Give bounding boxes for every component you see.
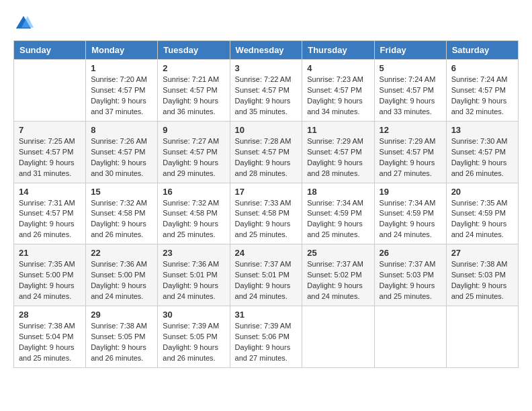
day-number: 22 bbox=[91, 248, 152, 258]
day-number: 11 bbox=[307, 125, 369, 135]
calendar-cell: 22Sunrise: 7:36 AMSunset: 5:00 PMDayligh… bbox=[86, 244, 158, 306]
calendar-cell: 13Sunrise: 7:30 AMSunset: 4:57 PMDayligh… bbox=[446, 121, 518, 183]
calendar-cell: 20Sunrise: 7:35 AMSunset: 4:59 PMDayligh… bbox=[446, 183, 518, 244]
calendar-day-header: Saturday bbox=[446, 41, 518, 60]
day-info: Sunrise: 7:39 AMSunset: 5:06 PMDaylight:… bbox=[235, 321, 298, 364]
day-number: 16 bbox=[163, 187, 224, 197]
calendar-cell bbox=[302, 306, 374, 368]
calendar-cell bbox=[14, 60, 86, 122]
day-info: Sunrise: 7:37 AMSunset: 5:01 PMDaylight:… bbox=[235, 259, 298, 302]
day-info: Sunrise: 7:34 AMSunset: 4:59 PMDaylight:… bbox=[307, 198, 369, 241]
calendar-cell bbox=[446, 306, 518, 368]
day-number: 9 bbox=[163, 125, 224, 135]
day-number: 18 bbox=[307, 187, 369, 197]
calendar-week-row: 14Sunrise: 7:31 AMSunset: 4:57 PMDayligh… bbox=[14, 183, 519, 244]
calendar-week-row: 7Sunrise: 7:25 AMSunset: 4:57 PMDaylight… bbox=[14, 121, 519, 183]
calendar-cell: 15Sunrise: 7:32 AMSunset: 4:58 PMDayligh… bbox=[86, 183, 158, 244]
day-number: 24 bbox=[235, 248, 298, 258]
day-info: Sunrise: 7:35 AMSunset: 5:00 PMDaylight:… bbox=[19, 259, 81, 302]
day-number: 25 bbox=[307, 248, 369, 258]
day-number: 30 bbox=[163, 310, 224, 320]
day-info: Sunrise: 7:35 AMSunset: 4:59 PMDaylight:… bbox=[451, 198, 513, 241]
day-number: 19 bbox=[380, 187, 441, 197]
day-number: 21 bbox=[19, 248, 81, 258]
calendar-cell: 27Sunrise: 7:38 AMSunset: 5:03 PMDayligh… bbox=[446, 244, 518, 306]
day-info: Sunrise: 7:25 AMSunset: 4:57 PMDaylight:… bbox=[19, 136, 81, 179]
day-number: 6 bbox=[451, 63, 513, 73]
calendar-table: SundayMondayTuesdayWednesdayThursdayFrid… bbox=[13, 40, 519, 368]
day-info: Sunrise: 7:38 AMSunset: 5:05 PMDaylight:… bbox=[91, 321, 152, 364]
calendar-cell: 2Sunrise: 7:21 AMSunset: 4:57 PMDaylight… bbox=[158, 60, 230, 122]
calendar-cell: 7Sunrise: 7:25 AMSunset: 4:57 PMDaylight… bbox=[14, 121, 86, 183]
day-number: 27 bbox=[451, 248, 513, 258]
day-info: Sunrise: 7:33 AMSunset: 4:58 PMDaylight:… bbox=[235, 198, 298, 241]
day-info: Sunrise: 7:22 AMSunset: 4:57 PMDaylight:… bbox=[235, 75, 298, 118]
calendar-cell: 25Sunrise: 7:37 AMSunset: 5:02 PMDayligh… bbox=[302, 244, 374, 306]
calendar-cell: 1Sunrise: 7:20 AMSunset: 4:57 PMDaylight… bbox=[86, 60, 158, 122]
day-info: Sunrise: 7:32 AMSunset: 4:58 PMDaylight:… bbox=[163, 198, 224, 241]
day-info: Sunrise: 7:39 AMSunset: 5:05 PMDaylight:… bbox=[163, 321, 224, 364]
day-number: 29 bbox=[91, 310, 152, 320]
day-info: Sunrise: 7:23 AMSunset: 4:57 PMDaylight:… bbox=[307, 75, 369, 118]
day-info: Sunrise: 7:21 AMSunset: 4:57 PMDaylight:… bbox=[163, 75, 224, 118]
calendar-cell: 12Sunrise: 7:29 AMSunset: 4:57 PMDayligh… bbox=[374, 121, 446, 183]
calendar-day-header: Thursday bbox=[302, 41, 374, 60]
calendar-cell: 4Sunrise: 7:23 AMSunset: 4:57 PMDaylight… bbox=[302, 60, 374, 122]
day-number: 28 bbox=[19, 310, 81, 320]
calendar-cell: 18Sunrise: 7:34 AMSunset: 4:59 PMDayligh… bbox=[302, 183, 374, 244]
page-header bbox=[13, 13, 519, 34]
day-info: Sunrise: 7:24 AMSunset: 4:57 PMDaylight:… bbox=[380, 75, 441, 118]
day-number: 5 bbox=[380, 63, 441, 73]
day-info: Sunrise: 7:34 AMSunset: 4:59 PMDaylight:… bbox=[380, 198, 441, 241]
calendar-cell: 17Sunrise: 7:33 AMSunset: 4:58 PMDayligh… bbox=[230, 183, 302, 244]
day-number: 26 bbox=[380, 248, 441, 258]
day-info: Sunrise: 7:37 AMSunset: 5:03 PMDaylight:… bbox=[380, 259, 441, 302]
calendar-header-row: SundayMondayTuesdayWednesdayThursdayFrid… bbox=[14, 41, 519, 60]
day-number: 14 bbox=[19, 187, 81, 197]
day-number: 12 bbox=[380, 125, 441, 135]
calendar-cell: 8Sunrise: 7:26 AMSunset: 4:57 PMDaylight… bbox=[86, 121, 158, 183]
day-info: Sunrise: 7:38 AMSunset: 5:03 PMDaylight:… bbox=[451, 259, 513, 302]
day-info: Sunrise: 7:37 AMSunset: 5:02 PMDaylight:… bbox=[307, 259, 369, 302]
calendar-cell bbox=[374, 306, 446, 368]
calendar-day-header: Monday bbox=[86, 41, 158, 60]
day-number: 13 bbox=[451, 125, 513, 135]
calendar-cell: 30Sunrise: 7:39 AMSunset: 5:05 PMDayligh… bbox=[158, 306, 230, 368]
calendar-week-row: 1Sunrise: 7:20 AMSunset: 4:57 PMDaylight… bbox=[14, 60, 519, 122]
day-number: 15 bbox=[91, 187, 152, 197]
calendar-cell: 10Sunrise: 7:28 AMSunset: 4:57 PMDayligh… bbox=[230, 121, 302, 183]
calendar-cell: 26Sunrise: 7:37 AMSunset: 5:03 PMDayligh… bbox=[374, 244, 446, 306]
day-number: 7 bbox=[19, 125, 81, 135]
calendar-cell: 9Sunrise: 7:27 AMSunset: 4:57 PMDaylight… bbox=[158, 121, 230, 183]
day-info: Sunrise: 7:20 AMSunset: 4:57 PMDaylight:… bbox=[91, 75, 152, 118]
calendar-cell: 11Sunrise: 7:29 AMSunset: 4:57 PMDayligh… bbox=[302, 121, 374, 183]
day-number: 8 bbox=[91, 125, 152, 135]
calendar-cell: 28Sunrise: 7:38 AMSunset: 5:04 PMDayligh… bbox=[14, 306, 86, 368]
calendar-day-header: Tuesday bbox=[158, 41, 230, 60]
calendar-cell: 31Sunrise: 7:39 AMSunset: 5:06 PMDayligh… bbox=[230, 306, 302, 368]
logo bbox=[13, 13, 36, 34]
calendar-day-header: Sunday bbox=[14, 41, 86, 60]
calendar-day-header: Friday bbox=[374, 41, 446, 60]
calendar-cell: 29Sunrise: 7:38 AMSunset: 5:05 PMDayligh… bbox=[86, 306, 158, 368]
day-info: Sunrise: 7:30 AMSunset: 4:57 PMDaylight:… bbox=[451, 136, 513, 179]
day-info: Sunrise: 7:29 AMSunset: 4:57 PMDaylight:… bbox=[380, 136, 441, 179]
calendar-day-header: Wednesday bbox=[230, 41, 302, 60]
day-number: 23 bbox=[163, 248, 224, 258]
day-number: 3 bbox=[235, 63, 298, 73]
calendar-cell: 19Sunrise: 7:34 AMSunset: 4:59 PMDayligh… bbox=[374, 183, 446, 244]
day-info: Sunrise: 7:28 AMSunset: 4:57 PMDaylight:… bbox=[235, 136, 298, 179]
calendar-cell: 21Sunrise: 7:35 AMSunset: 5:00 PMDayligh… bbox=[14, 244, 86, 306]
calendar-cell: 3Sunrise: 7:22 AMSunset: 4:57 PMDaylight… bbox=[230, 60, 302, 122]
calendar-cell: 16Sunrise: 7:32 AMSunset: 4:58 PMDayligh… bbox=[158, 183, 230, 244]
day-number: 1 bbox=[91, 63, 152, 73]
day-number: 31 bbox=[235, 310, 298, 320]
day-info: Sunrise: 7:26 AMSunset: 4:57 PMDaylight:… bbox=[91, 136, 152, 179]
day-info: Sunrise: 7:32 AMSunset: 4:58 PMDaylight:… bbox=[91, 198, 152, 241]
day-info: Sunrise: 7:36 AMSunset: 5:01 PMDaylight:… bbox=[163, 259, 224, 302]
day-info: Sunrise: 7:24 AMSunset: 4:57 PMDaylight:… bbox=[451, 75, 513, 118]
calendar-cell: 14Sunrise: 7:31 AMSunset: 4:57 PMDayligh… bbox=[14, 183, 86, 244]
logo-icon bbox=[13, 13, 34, 34]
calendar-week-row: 28Sunrise: 7:38 AMSunset: 5:04 PMDayligh… bbox=[14, 306, 519, 368]
day-number: 4 bbox=[307, 63, 369, 73]
